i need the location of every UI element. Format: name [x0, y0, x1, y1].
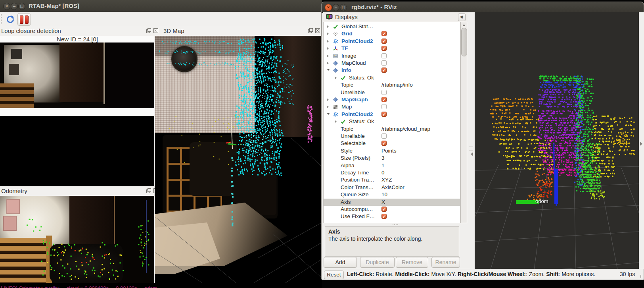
display-row-status-ok[interactable]: Status: Ok — [324, 118, 460, 125]
display-row-image[interactable]: Image — [324, 52, 460, 60]
chevron-right-icon[interactable] — [327, 62, 329, 65]
rtabmap-titlebar[interactable]: × – ◻ RTAB-Map* [ROS] — [0, 0, 322, 12]
loop-closure-match-image — [0, 116, 154, 187]
close-button[interactable]: × — [3, 3, 10, 10]
splitter-grip[interactable] — [469, 147, 473, 151]
float-panel-icon[interactable] — [146, 28, 151, 33]
reset-button[interactable]: Reset — [324, 271, 344, 279]
checkbox-unchecked[interactable] — [381, 53, 387, 58]
checkbox-unchecked[interactable] — [381, 60, 387, 66]
property-name: Axis — [328, 228, 456, 235]
checkbox-checked[interactable]: ✔ — [381, 141, 387, 146]
checkbox-checked[interactable]: ✔ — [381, 112, 387, 117]
scrollbar-thumb[interactable] — [461, 28, 467, 56]
rviz-3d-view[interactable]: odom — [475, 12, 639, 269]
display-row-unreliable[interactable]: Unreliable — [324, 133, 460, 140]
row-label: Topic — [341, 126, 353, 133]
minimize-button[interactable]: – — [11, 3, 18, 10]
display-row-map[interactable]: Map — [324, 103, 460, 110]
row-value[interactable]: XYZ — [381, 176, 392, 184]
help-segment: : More options. — [558, 271, 595, 277]
chevron-right-icon[interactable] — [327, 25, 329, 28]
display-row-use-fixed-f[interactable]: Use Fixed F…✔ — [324, 213, 460, 220]
checkbox-checked[interactable]: ✔ — [381, 68, 387, 73]
checkbox-checked[interactable]: ✔ — [381, 39, 387, 44]
toolbar-grip[interactable] — [1, 14, 3, 24]
display-row-topic[interactable]: Topic/rtabmap/cloud_map — [324, 126, 460, 133]
display-row-global-stat[interactable]: Global Stat… — [324, 23, 460, 30]
chevron-right-icon[interactable] — [327, 105, 329, 108]
chevron-right-icon[interactable] — [335, 120, 337, 123]
chevron-down-icon[interactable] — [327, 113, 330, 115]
display-row-grid[interactable]: Grid✔ — [324, 30, 460, 37]
row-value[interactable]: /rtabmap/cloud_map — [381, 126, 430, 133]
display-row-position-tra[interactable]: Position Tra…XYZ — [324, 176, 460, 184]
display-row-size-pixels[interactable]: Size (Pixels)3 — [324, 155, 460, 162]
chevron-right-icon[interactable] — [327, 40, 329, 43]
checkbox-checked[interactable]: ✔ — [381, 207, 387, 212]
row-value[interactable]: 3 — [381, 155, 385, 162]
chevron-right-icon[interactable] — [327, 47, 329, 50]
chevron-right-icon[interactable] — [327, 54, 329, 58]
panel-view-splitter[interactable] — [468, 12, 475, 269]
minimize-button[interactable]: – — [332, 4, 339, 11]
add-button[interactable]: Add — [324, 257, 357, 268]
check-icon — [333, 24, 338, 29]
checkbox-checked[interactable]: ✔ — [381, 46, 387, 51]
display-row-tf[interactable]: TF✔ — [324, 45, 460, 52]
row-value[interactable]: 0 — [381, 169, 385, 176]
chevron-right-icon[interactable] — [327, 98, 329, 101]
row-value[interactable]: Points — [381, 147, 397, 155]
display-row-pointcloud2[interactable]: PointCloud2✔ — [324, 111, 460, 118]
maximize-button[interactable]: ◻ — [18, 3, 25, 10]
checkbox-unchecked[interactable] — [381, 90, 387, 95]
tree-description-splitter[interactable] — [323, 223, 468, 226]
checkbox-checked[interactable]: ✔ — [381, 31, 387, 36]
float-panel-icon[interactable] — [308, 28, 313, 33]
display-row-queue-size[interactable]: Queue Size10 — [324, 191, 460, 198]
pause-button[interactable] — [17, 13, 31, 26]
chevron-right-icon[interactable] — [335, 76, 337, 79]
collapse-panel-icon[interactable] — [471, 152, 473, 156]
float-panel-icon[interactable] — [146, 188, 151, 193]
displays-tree[interactable]: Global Stat…Grid✔PointCloud2✔TF✔ImageMap… — [323, 22, 460, 223]
row-value[interactable]: X — [381, 199, 385, 206]
close-panel-icon[interactable] — [315, 28, 320, 33]
display-row-style[interactable]: StylePoints — [324, 147, 460, 155]
display-row-axis[interactable]: AxisX — [324, 199, 460, 206]
display-row-topic[interactable]: Topic/rtabmap/info — [324, 81, 460, 89]
row-value[interactable]: 1 — [381, 162, 385, 169]
chevron-down-icon[interactable] — [327, 69, 330, 71]
row-value[interactable]: 10 — [381, 191, 387, 198]
displays-panel-header[interactable]: Displays ✖ — [323, 12, 468, 22]
rviz-titlebar[interactable]: × – ◻ rgbd.rviz* - RViz — [322, 2, 644, 13]
display-row-alpha[interactable]: Alpha1 — [324, 162, 460, 169]
display-row-decay-time[interactable]: Decay Time0 — [324, 169, 460, 176]
display-row-status-ok[interactable]: Status: Ok — [324, 74, 460, 81]
checkbox-checked[interactable]: ✔ — [381, 97, 387, 102]
display-row-selectable[interactable]: Selectable✔ — [324, 140, 460, 147]
map3d-view[interactable] — [155, 36, 322, 283]
display-row-unreliable[interactable]: Unreliable — [324, 89, 460, 96]
display-row-color-trans[interactable]: Color Trans…AxisColor — [324, 184, 460, 191]
maximize-button[interactable]: ◻ — [340, 4, 347, 11]
scroll-up-icon[interactable] — [462, 24, 466, 26]
display-row-pointcloud2[interactable]: PointCloud2✔ — [324, 38, 460, 45]
display-row-mapgraph[interactable]: MapGraph✔ — [324, 96, 460, 103]
checkbox-unchecked[interactable] — [381, 104, 387, 109]
refresh-icon[interactable] — [6, 14, 15, 24]
close-panel-icon[interactable]: ✖ — [458, 14, 466, 21]
row-value[interactable]: AxisColor — [381, 184, 404, 191]
close-button[interactable]: × — [325, 4, 332, 11]
resize-grip[interactable] — [637, 275, 641, 278]
row-value[interactable]: /rtabmap/info — [381, 81, 413, 89]
tree-scrollbar[interactable] — [460, 22, 467, 223]
chevron-right-icon[interactable] — [327, 32, 329, 35]
display-row-info[interactable]: Info✔ — [324, 67, 460, 74]
display-row-mapcloud[interactable]: MapCloud — [324, 60, 460, 67]
checkbox-unchecked[interactable] — [381, 133, 387, 139]
checkbox-checked[interactable]: ✔ — [381, 214, 387, 219]
close-panel-icon[interactable] — [153, 28, 159, 33]
display-row-autocompu[interactable]: Autocompu…✔ — [324, 206, 460, 213]
expand-panel-icon[interactable] — [640, 142, 642, 146]
